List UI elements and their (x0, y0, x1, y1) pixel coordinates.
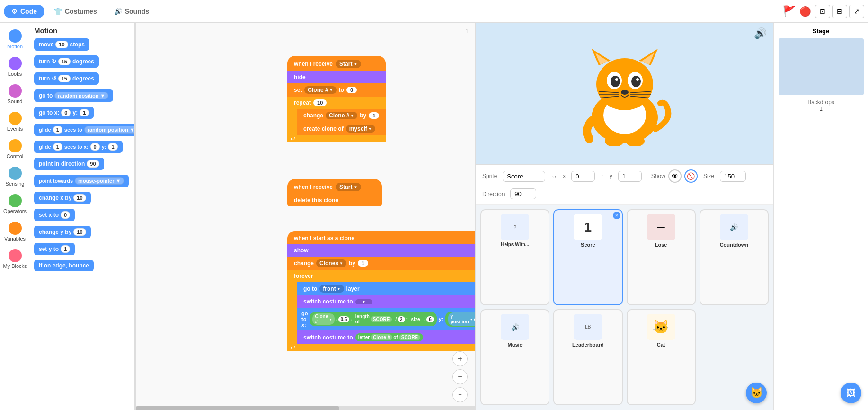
sidebar-item-motion[interactable]: Motion (0, 27, 30, 52)
block-glide-xy[interactable]: glide 1 secs to x: 0 y: 1 (34, 141, 130, 155)
block-goto-xy[interactable]: go to x: 0 y: 1 (34, 107, 130, 121)
block-go-to-front[interactable]: go to front ▼ layer (297, 282, 475, 295)
block-switch-costume-1[interactable]: switch costume to ▼ (297, 295, 475, 308)
main-area: Motion Looks Sound Events Control Sensin… (0, 23, 868, 410)
direction-input[interactable] (510, 188, 536, 199)
backdrops-section: Backdrops 1 (804, 95, 838, 116)
block-turn-cw[interactable]: turn ↻ 15 degrees (34, 55, 130, 70)
script-number: 1 (465, 27, 469, 35)
block-set-x[interactable]: set x to 0 (34, 209, 130, 223)
sprite-card-score[interactable]: ✕ 1 Score (553, 209, 622, 305)
sprite-cards: ? Helps With... ✕ 1 Score — Lose 🔊 Cou (476, 205, 773, 410)
y-label: y (610, 173, 612, 179)
sidebar-item-myblocks[interactable]: My Blocks (0, 246, 30, 272)
sidebar-item-sound[interactable]: Sound (0, 81, 30, 107)
block-change-clones[interactable]: change Clones ▼ by 1 (287, 257, 475, 270)
variables-label: Variables (4, 236, 26, 241)
sprite-card-countdown[interactable]: 🔊 Countdown (700, 209, 769, 305)
backdrops-label: Backdrops (807, 99, 834, 106)
sidebar-item-control[interactable]: Control (0, 136, 30, 162)
sprite-card-cat[interactable]: 🐱 Cat (627, 309, 696, 405)
top-right-controls: 🚩 🔴 ⊡ ⊟ ⤢ (783, 5, 864, 18)
block-turn-ccw[interactable]: turn ↺ 15 degrees (34, 72, 130, 87)
motion-label: Motion (7, 44, 23, 49)
sound-label: Sound (8, 98, 23, 104)
variables-dot (9, 222, 22, 235)
layout-btn-1[interactable]: ⊡ (815, 5, 830, 18)
zoom-out-button[interactable]: − (452, 369, 468, 384)
add-sprite-button[interactable]: 🐱 (746, 383, 767, 403)
score-card-delete[interactable]: ✕ (613, 212, 620, 219)
sprite-card-music[interactable]: 🔊 Music (480, 309, 549, 405)
control-dot (9, 139, 22, 152)
block-show[interactable]: show (287, 244, 475, 257)
svg-point-11 (615, 78, 618, 81)
zoom-in-button[interactable]: + (452, 351, 468, 366)
top-bar: ⚙ Code 👕 Costumes 🔊 Sounds 🚩 🔴 ⊡ ⊟ ⤢ (0, 0, 868, 23)
svg-point-2 (596, 58, 653, 110)
block-switch-costume-2[interactable]: switch costume to letter Clone # of SCOR… (297, 330, 475, 344)
stop-button[interactable]: 🔴 (799, 6, 811, 17)
horizontal-scrollbar[interactable] (136, 406, 475, 410)
sprite-label: Sprite (482, 173, 497, 179)
script-area[interactable]: 1 when I receive Start ▼ hide set Clone … (136, 23, 475, 410)
block-goto-complex[interactable]: go to x: Clone # ▼ - 0.5 - length of SCO… (297, 308, 475, 330)
block-repeat[interactable]: repeat 10 change Clone # ▼ by 1 (287, 97, 386, 142)
hat-block-start-as-clone[interactable]: when I start as a clone (287, 231, 475, 244)
svg-point-10 (631, 76, 641, 87)
show-visible-btn[interactable]: 👁 (668, 169, 682, 183)
block-goto-random[interactable]: go to random position ▼ (34, 89, 130, 104)
sidebar-item-looks[interactable]: Looks (0, 54, 30, 80)
tab-sounds[interactable]: 🔊 Sounds (106, 5, 157, 18)
sprite-info-row: Sprite ↔ x ↕ y Show 👁 🚫 Size Direction (476, 165, 773, 205)
block-create-clone[interactable]: create clone of myself ▼ (297, 122, 386, 135)
x-input[interactable] (571, 171, 595, 182)
stage-label: Stage (813, 27, 829, 35)
stage-panel: Stage Backdrops 1 🖼 (773, 23, 868, 410)
block-change-x[interactable]: change x by 10 (34, 192, 130, 206)
show-hidden-btn[interactable]: 🚫 (684, 169, 698, 183)
y-input[interactable] (618, 171, 642, 182)
block-hide[interactable]: hide (287, 71, 386, 83)
hat-block-receive-start-2[interactable]: when I receive Start ▼ (287, 179, 382, 194)
svg-point-9 (611, 76, 620, 87)
layout-btn-3[interactable]: ⤢ (849, 5, 864, 18)
sprite-name-input[interactable] (503, 171, 545, 182)
tab-code[interactable]: ⚙ Code (4, 5, 44, 18)
add-backdrop-button[interactable]: 🖼 (841, 383, 861, 403)
block-set-clone[interactable]: set Clone # ▼ to 0 (287, 83, 386, 97)
scrollbar-thumb (136, 406, 339, 410)
show-label: Show (651, 173, 665, 179)
block-move[interactable]: move 10 steps (34, 38, 130, 53)
green-flag-button[interactable]: 🚩 (783, 5, 796, 18)
blocks-panel-title: Motion (34, 27, 130, 35)
sidebar-item-events[interactable]: Events (0, 109, 30, 134)
script-group-3: when I start as a clone show change Clon… (287, 231, 475, 351)
layout-btn-2[interactable]: ⊟ (832, 5, 847, 18)
sprite-card-lose[interactable]: — Lose (627, 209, 696, 305)
block-change-y[interactable]: change y by 10 (34, 226, 130, 241)
backdrops-count: 1 (807, 106, 834, 112)
preview-area: 🔊 (476, 23, 773, 165)
stage-preview-mini (779, 38, 864, 95)
size-label: Size (703, 173, 714, 179)
size-input[interactable] (720, 171, 746, 182)
blocks-panel: Motion move 10 steps turn ↻ 15 degrees t… (30, 23, 134, 410)
tab-costumes[interactable]: 👕 Costumes (46, 5, 105, 18)
hat-block-receive-start-1[interactable]: when I receive Start ▼ (287, 56, 386, 71)
zoom-fit-button[interactable]: = (452, 387, 468, 402)
block-point-direction[interactable]: point in direction 90 (34, 158, 130, 172)
block-if-on-edge[interactable]: if on edge, bounce (34, 260, 130, 274)
sidebar-item-variables[interactable]: Variables (0, 219, 30, 244)
block-point-towards[interactable]: point towards mouse-pointer ▼ (34, 175, 130, 189)
block-glide-random[interactable]: glide 1 secs to random position ▼ (34, 124, 130, 138)
block-forever[interactable]: forever go to front ▼ layer switch costu… (287, 270, 475, 351)
sprite-card-helps[interactable]: ? Helps With... (480, 209, 549, 305)
block-delete-clone[interactable]: delete this clone (287, 194, 382, 206)
sidebar-item-sensing[interactable]: Sensing (0, 164, 30, 189)
block-change-clone[interactable]: change Clone # ▼ by 1 (297, 109, 386, 122)
sprite-card-leaderboard[interactable]: LB Leaderboard (553, 309, 622, 405)
block-set-y[interactable]: set y to 1 (34, 243, 130, 258)
sidebar-item-operators[interactable]: Operators (0, 191, 30, 217)
control-label: Control (7, 153, 23, 159)
